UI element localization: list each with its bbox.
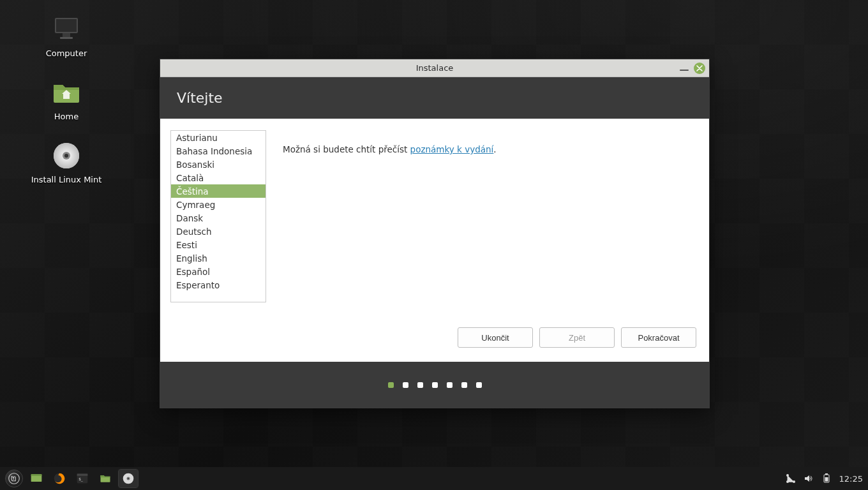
volume-tray[interactable] bbox=[804, 473, 814, 484]
close-icon bbox=[696, 65, 703, 71]
monitor-icon bbox=[51, 14, 82, 45]
clock[interactable]: 12:25 bbox=[839, 474, 863, 484]
svg-rect-1 bbox=[56, 19, 77, 32]
svg-rect-2 bbox=[63, 33, 70, 37]
desktop-icon-computer[interactable]: Computer bbox=[28, 14, 105, 58]
page-indicator bbox=[417, 382, 423, 388]
task-show-desktop[interactable] bbox=[27, 470, 46, 487]
quit-button[interactable]: Ukončit bbox=[458, 327, 533, 348]
disc-task-icon bbox=[122, 472, 135, 485]
task-installer[interactable] bbox=[119, 470, 138, 487]
release-notes-text: Možná si budete chtít přečíst poznámky k… bbox=[283, 130, 497, 317]
svg-text:$_: $_ bbox=[79, 477, 83, 482]
terminal-icon: $_ bbox=[76, 472, 89, 485]
desktop-icon-install[interactable]: Install Linux Mint bbox=[28, 140, 105, 184]
language-option[interactable]: Español bbox=[171, 265, 266, 278]
disc-icon bbox=[51, 140, 82, 171]
installer-window: Instalace Vítejte AsturianuBahasa Indone… bbox=[160, 59, 710, 408]
network-tray[interactable] bbox=[786, 473, 796, 484]
language-option[interactable]: Bahasa Indonesia bbox=[171, 144, 266, 158]
desktop-task-icon bbox=[30, 472, 43, 485]
content-area: AsturianuBahasa IndonesiaBosanskiCatalàČ… bbox=[160, 119, 709, 323]
language-option[interactable]: Cymraeg bbox=[171, 198, 266, 211]
language-option[interactable]: English bbox=[171, 251, 266, 265]
battery-tray[interactable] bbox=[821, 473, 832, 484]
language-option[interactable]: Dansk bbox=[171, 211, 266, 225]
language-option[interactable]: Esperanto bbox=[171, 278, 266, 292]
desktop-icon-label: Install Linux Mint bbox=[31, 175, 102, 184]
release-notes-link[interactable]: poznámky k vydání bbox=[410, 144, 494, 154]
pager bbox=[160, 362, 709, 408]
speaker-icon bbox=[804, 473, 814, 484]
page-indicator bbox=[461, 382, 467, 388]
svg-rect-22 bbox=[825, 473, 828, 475]
page-heading: Vítejte bbox=[160, 77, 709, 119]
task-firefox[interactable] bbox=[50, 470, 69, 487]
desktop-icon-label: Computer bbox=[46, 48, 87, 58]
firefox-icon bbox=[53, 472, 66, 485]
page-indicator bbox=[447, 382, 453, 388]
panel: $_ 12:25 bbox=[0, 467, 868, 490]
note-suffix: . bbox=[493, 144, 496, 154]
button-row: Ukončit Zpět Pokračovat bbox=[160, 323, 709, 362]
language-option[interactable]: Čeština bbox=[171, 184, 266, 198]
page-indicator bbox=[403, 382, 408, 388]
desktop-icons: Computer Home Install Linux Mint bbox=[28, 14, 105, 184]
svg-rect-23 bbox=[825, 477, 828, 482]
language-option[interactable]: Eesti bbox=[171, 238, 266, 251]
language-option[interactable]: Bosanski bbox=[171, 158, 266, 171]
page-indicator bbox=[432, 382, 438, 388]
minimize-icon[interactable] bbox=[680, 70, 689, 71]
language-option[interactable]: Deutsch bbox=[171, 225, 266, 238]
files-icon bbox=[99, 472, 112, 485]
task-files[interactable] bbox=[96, 470, 115, 487]
titlebar[interactable]: Instalace bbox=[160, 59, 709, 77]
svg-point-8 bbox=[9, 473, 20, 484]
language-option[interactable]: Asturianu bbox=[171, 131, 266, 144]
back-button[interactable]: Zpět bbox=[539, 327, 615, 348]
panel-left: $_ bbox=[5, 470, 138, 487]
svg-rect-10 bbox=[31, 474, 42, 476]
svg-point-7 bbox=[64, 154, 68, 158]
language-list[interactable]: AsturianuBahasa IndonesiaBosanskiCatalàČ… bbox=[170, 130, 266, 302]
svg-rect-3 bbox=[60, 37, 73, 39]
folder-home-icon bbox=[51, 77, 82, 108]
title-controls bbox=[680, 59, 705, 77]
svg-rect-13 bbox=[77, 474, 88, 476]
menu-button[interactable] bbox=[5, 470, 23, 487]
language-option[interactable]: Català bbox=[171, 171, 266, 184]
desktop-icon-label: Home bbox=[54, 112, 79, 121]
panel-right: 12:25 bbox=[786, 473, 863, 484]
page-indicator bbox=[476, 382, 482, 388]
window-title: Instalace bbox=[416, 63, 454, 73]
page-indicator bbox=[388, 382, 394, 388]
close-button[interactable] bbox=[694, 63, 705, 74]
task-terminal[interactable]: $_ bbox=[73, 470, 92, 487]
svg-point-17 bbox=[128, 478, 129, 479]
network-icon bbox=[786, 473, 796, 484]
desktop-icon-home[interactable]: Home bbox=[28, 77, 105, 121]
desktop: Computer Home Install Linux Mint Instala… bbox=[0, 0, 868, 490]
continue-button[interactable]: Pokračovat bbox=[621, 327, 696, 348]
note-prefix: Možná si budete chtít přečíst bbox=[283, 144, 410, 154]
battery-icon bbox=[821, 473, 832, 484]
mint-logo-icon bbox=[8, 473, 20, 484]
